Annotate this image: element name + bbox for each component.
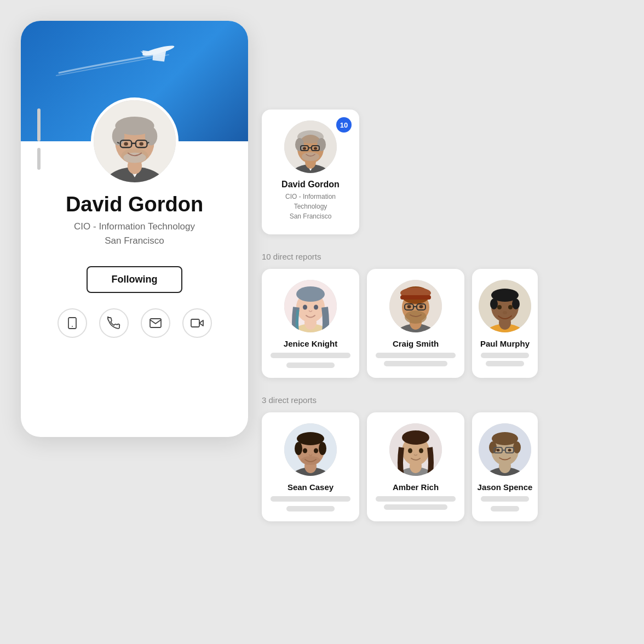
- svg-rect-53: [400, 295, 431, 300]
- person-name-amber: Amber Rich: [393, 482, 439, 492]
- person-card-paul[interactable]: Paul Murphy: [472, 269, 538, 378]
- svg-point-97: [497, 449, 500, 452]
- svg-point-66: [512, 298, 520, 309]
- placeholder-6: [486, 361, 524, 366]
- placeholder-10: [384, 504, 448, 510]
- person-avatar-jenice: [284, 280, 337, 332]
- svg-point-38: [303, 147, 306, 150]
- side-button-1: [37, 108, 41, 141]
- svg-rect-25: [191, 319, 199, 327]
- svg-point-77: [303, 449, 307, 453]
- plane-icon: [54, 43, 196, 87]
- person-card-amber[interactable]: Amber Rich: [367, 412, 464, 521]
- placeholder-11: [481, 496, 529, 502]
- placeholder-4: [384, 361, 448, 366]
- svg-point-14: [123, 153, 146, 163]
- svg-marker-24: [199, 320, 203, 326]
- person-name-jenice: Jenice Knight: [284, 339, 337, 348]
- avatar: [91, 97, 179, 185]
- video-button[interactable]: [182, 308, 212, 338]
- svg-point-74: [297, 432, 324, 445]
- placeholder-7: [271, 496, 350, 502]
- placeholder-8: [286, 506, 335, 511]
- person-name-jason: Jason Spence: [478, 482, 533, 492]
- svg-rect-22: [68, 318, 76, 329]
- svg-point-39: [314, 147, 317, 150]
- person-avatar-amber: [389, 423, 442, 476]
- placeholder-9: [376, 496, 456, 502]
- svg-point-32: [295, 138, 304, 151]
- manager-info: CIO - Information Technology San Francis…: [271, 192, 350, 221]
- svg-point-78: [314, 449, 318, 453]
- direct-reports-label-1: 10 direct reports: [262, 252, 634, 261]
- svg-point-45: [303, 305, 307, 310]
- svg-point-58: [407, 305, 411, 308]
- svg-point-68: [508, 305, 513, 309]
- placeholder-3: [376, 353, 456, 358]
- svg-point-75: [295, 442, 302, 455]
- mobile-button[interactable]: [58, 308, 87, 338]
- person-name-craig: Craig Smith: [393, 339, 439, 348]
- phone-button[interactable]: [99, 308, 129, 338]
- right-panel: 10 David Gordon CIO - Info: [262, 110, 634, 539]
- manager-name: David Gordon: [281, 180, 340, 189]
- direct-reports-label-2: 3 direct reports: [262, 395, 634, 405]
- svg-point-79: [301, 456, 320, 465]
- following-button[interactable]: Following: [87, 266, 183, 293]
- person-name-paul: Paul Murphy: [480, 339, 530, 348]
- phone-card: SIMPPLRR: [21, 21, 248, 437]
- mobile-icon: [66, 317, 79, 330]
- placeholder-5: [481, 353, 529, 358]
- person-avatar-jason: [479, 423, 531, 476]
- placeholder-2: [286, 363, 335, 368]
- svg-point-91: [492, 432, 518, 445]
- video-icon: [191, 317, 204, 330]
- avatar-wrapper: [91, 97, 179, 185]
- svg-point-34: [302, 152, 319, 161]
- people-row-2: Sean Casey: [262, 412, 634, 521]
- svg-point-20: [124, 142, 128, 146]
- profile-title-text: CIO - Information Technology: [74, 221, 195, 232]
- email-icon: [149, 317, 162, 330]
- side-button-2: [37, 148, 41, 170]
- placeholder-1: [271, 353, 350, 358]
- contact-icons: [58, 308, 212, 338]
- svg-point-93: [513, 441, 521, 453]
- person-avatar-craig: [389, 280, 442, 332]
- svg-point-84: [402, 430, 429, 445]
- svg-point-65: [490, 298, 498, 309]
- svg-point-69: [503, 311, 507, 314]
- manager-avatar: [284, 120, 337, 173]
- badge-count: 10: [336, 117, 352, 133]
- profile-name: David Gordon: [66, 193, 203, 216]
- person-card-craig[interactable]: Craig Smith: [367, 269, 464, 378]
- svg-point-59: [419, 305, 423, 308]
- people-row-1: Jenice Knight: [262, 269, 634, 378]
- phone-icon: [107, 317, 120, 330]
- person-avatar-sean: [284, 423, 337, 476]
- email-button[interactable]: [141, 308, 170, 338]
- svg-point-33: [317, 138, 326, 151]
- svg-point-46: [314, 305, 318, 310]
- person-name-sean: Sean Casey: [288, 482, 334, 492]
- manager-card: 10 David Gordon CIO - Info: [262, 110, 359, 234]
- person-card-jason[interactable]: Jason Spence: [472, 412, 538, 521]
- person-card-sean[interactable]: Sean Casey: [262, 412, 359, 521]
- svg-point-67: [497, 305, 502, 309]
- svg-point-21: [139, 142, 143, 146]
- svg-point-98: [508, 449, 511, 452]
- svg-point-44: [296, 286, 325, 302]
- placeholder-12: [491, 506, 520, 511]
- svg-point-85: [408, 449, 412, 453]
- profile-title: CIO - Information Technology San Francis…: [74, 220, 195, 248]
- person-card-jenice[interactable]: Jenice Knight: [262, 269, 359, 378]
- person-avatar-paul: [479, 280, 531, 332]
- svg-point-86: [419, 449, 423, 453]
- profile-location: San Francisco: [105, 235, 164, 246]
- svg-point-76: [319, 442, 326, 455]
